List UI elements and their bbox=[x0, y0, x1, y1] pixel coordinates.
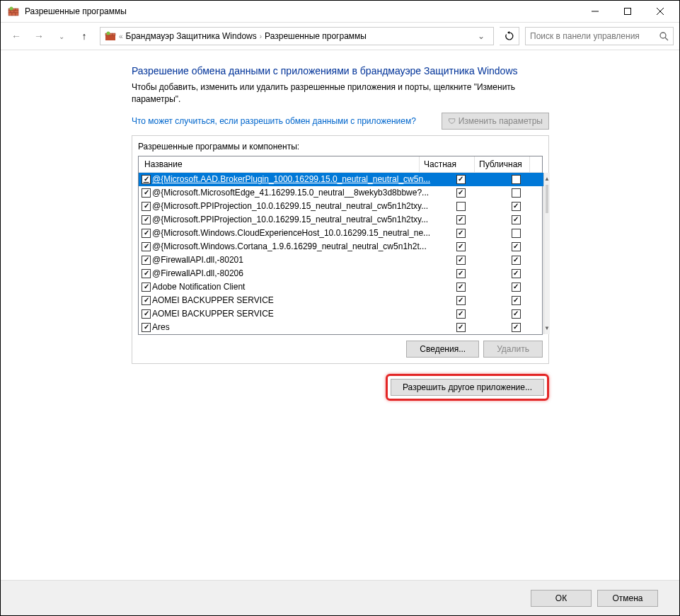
up-button[interactable]: ↑ bbox=[74, 26, 94, 46]
private-checkbox[interactable] bbox=[456, 256, 466, 265]
table-row[interactable]: @FirewallAPI.dll,-80206 bbox=[139, 267, 543, 280]
search-box[interactable] bbox=[525, 27, 674, 45]
breadcrumb-dropdown[interactable]: ⌄ bbox=[473, 31, 489, 41]
column-name[interactable]: Название bbox=[139, 156, 420, 172]
search-input[interactable] bbox=[530, 31, 659, 41]
forward-button[interactable]: → bbox=[29, 26, 49, 46]
public-checkbox[interactable] bbox=[512, 296, 521, 305]
recent-dropdown[interactable]: ⌄ bbox=[52, 26, 71, 46]
table-row[interactable]: Ares bbox=[139, 321, 543, 334]
ok-button[interactable]: ОК bbox=[531, 590, 592, 607]
svg-rect-6 bbox=[14, 11, 18, 13]
breadcrumb-allowed-apps[interactable]: Разрешенные программы bbox=[265, 31, 367, 41]
public-checkbox[interactable] bbox=[512, 202, 521, 211]
table-row[interactable]: @{Microsoft.MicrosoftEdge_41.16299.15.0_… bbox=[139, 186, 543, 200]
public-checkbox[interactable] bbox=[512, 256, 521, 265]
delete-button[interactable]: Удалить bbox=[483, 341, 543, 358]
list-header: Название Частная Публичная bbox=[139, 156, 542, 173]
private-checkbox[interactable] bbox=[456, 215, 466, 224]
row-name-cell: @{Microsoft.MicrosoftEdge_41.16299.15.0_… bbox=[139, 188, 433, 198]
public-checkbox[interactable] bbox=[512, 242, 521, 251]
table-row[interactable]: @{Microsoft.Windows.Cortana_1.9.6.16299_… bbox=[139, 240, 543, 253]
maximize-button[interactable] bbox=[611, 1, 644, 22]
cancel-button[interactable]: Отмена bbox=[597, 590, 658, 607]
public-cell bbox=[488, 215, 543, 224]
column-private[interactable]: Частная bbox=[420, 156, 475, 172]
table-row[interactable]: Adobe Notification Client bbox=[139, 280, 543, 294]
enable-checkbox[interactable] bbox=[142, 296, 151, 305]
row-name-cell: AOMEI BACKUPPER SERVICE bbox=[139, 295, 433, 305]
enable-checkbox[interactable] bbox=[142, 229, 151, 238]
allow-another-app-button[interactable]: Разрешить другое приложение... bbox=[391, 379, 544, 396]
scroll-track[interactable] bbox=[544, 185, 550, 322]
back-button[interactable]: ← bbox=[6, 26, 26, 46]
enable-checkbox[interactable] bbox=[142, 242, 151, 251]
public-checkbox[interactable] bbox=[512, 229, 521, 238]
close-button[interactable] bbox=[644, 1, 676, 22]
breadcrumb-firewall[interactable]: Брандмауэр Защитника Windows bbox=[126, 31, 257, 41]
scroll-up-button[interactable]: ▲ bbox=[544, 173, 550, 185]
private-checkbox[interactable] bbox=[456, 242, 466, 251]
minimize-button[interactable] bbox=[579, 1, 611, 22]
row-name-cell: AOMEI BACKUPPER SERVICE bbox=[139, 309, 433, 319]
enable-checkbox[interactable] bbox=[142, 215, 151, 224]
table-row[interactable]: @{Microsoft.PPIProjection_10.0.16299.15_… bbox=[139, 213, 543, 227]
private-checkbox[interactable] bbox=[456, 188, 466, 198]
program-name: @FirewallAPI.dll,-80201 bbox=[152, 255, 243, 265]
table-row[interactable]: @{Microsoft.PPIProjection_10.0.16299.15_… bbox=[139, 200, 543, 213]
public-checkbox[interactable] bbox=[512, 309, 521, 319]
public-checkbox[interactable] bbox=[512, 188, 521, 198]
private-checkbox[interactable] bbox=[456, 309, 466, 319]
private-cell bbox=[433, 202, 488, 211]
public-checkbox[interactable] bbox=[512, 269, 521, 278]
private-checkbox[interactable] bbox=[456, 175, 466, 184]
program-name: @{Microsoft.PPIProjection_10.0.16299.15_… bbox=[152, 201, 428, 211]
public-cell bbox=[488, 283, 543, 292]
svg-rect-3 bbox=[16, 8, 18, 11]
scroll-thumb[interactable] bbox=[546, 185, 548, 213]
shield-icon: 🛡 bbox=[448, 117, 456, 125]
table-row[interactable]: AOMEI BACKUPPER SERVICE bbox=[139, 294, 543, 307]
program-name: @{Microsoft.PPIProjection_10.0.16299.15_… bbox=[152, 215, 428, 224]
private-checkbox[interactable] bbox=[456, 323, 466, 332]
private-cell bbox=[433, 283, 488, 292]
allowed-programs-group: Разрешенные программы и компоненты: Назв… bbox=[132, 135, 549, 364]
enable-checkbox[interactable] bbox=[142, 283, 151, 292]
public-checkbox[interactable] bbox=[512, 323, 521, 332]
column-public[interactable]: Публичная bbox=[475, 156, 530, 172]
enable-checkbox[interactable] bbox=[142, 202, 151, 211]
private-cell bbox=[433, 188, 488, 198]
row-name-cell: @{Microsoft.PPIProjection_10.0.16299.15_… bbox=[139, 215, 433, 224]
highlight-frame: Разрешить другое приложение... bbox=[386, 374, 549, 401]
enable-checkbox[interactable] bbox=[142, 256, 151, 265]
enable-checkbox[interactable] bbox=[142, 269, 151, 278]
public-checkbox[interactable] bbox=[512, 215, 521, 224]
firewall-icon bbox=[8, 6, 19, 17]
private-checkbox[interactable] bbox=[456, 202, 466, 211]
public-checkbox[interactable] bbox=[512, 283, 521, 292]
private-checkbox[interactable] bbox=[456, 269, 466, 278]
row-name-cell: Adobe Notification Client bbox=[139, 282, 433, 292]
svg-rect-7 bbox=[8, 13, 12, 16]
table-row[interactable]: @{Microsoft.AAD.BrokerPlugin_1000.16299.… bbox=[139, 173, 543, 186]
private-checkbox[interactable] bbox=[456, 283, 466, 292]
private-checkbox[interactable] bbox=[456, 296, 466, 305]
private-checkbox[interactable] bbox=[456, 229, 466, 238]
scrollbar[interactable]: ▲ ▼ bbox=[543, 173, 550, 334]
enable-checkbox[interactable] bbox=[142, 323, 151, 332]
scroll-down-button[interactable]: ▼ bbox=[544, 322, 550, 334]
help-link[interactable]: Что может случиться, если разрешить обме… bbox=[132, 116, 416, 126]
change-settings-button[interactable]: 🛡 Изменить параметры bbox=[442, 113, 549, 130]
breadcrumb[interactable]: « Брандмауэр Защитника Windows › Разреше… bbox=[100, 27, 494, 45]
enable-checkbox[interactable] bbox=[142, 188, 151, 198]
public-cell bbox=[488, 175, 543, 184]
details-button[interactable]: Сведения... bbox=[406, 341, 479, 358]
table-row[interactable]: @{Microsoft.Windows.CloudExperienceHost_… bbox=[139, 227, 543, 240]
enable-checkbox[interactable] bbox=[142, 309, 151, 319]
refresh-button[interactable] bbox=[500, 27, 519, 45]
enable-checkbox[interactable] bbox=[142, 175, 151, 184]
public-checkbox[interactable] bbox=[512, 175, 521, 184]
private-cell bbox=[433, 229, 488, 238]
table-row[interactable]: @FirewallAPI.dll,-80201 bbox=[139, 253, 543, 267]
table-row[interactable]: AOMEI BACKUPPER SERVICE bbox=[139, 307, 543, 321]
